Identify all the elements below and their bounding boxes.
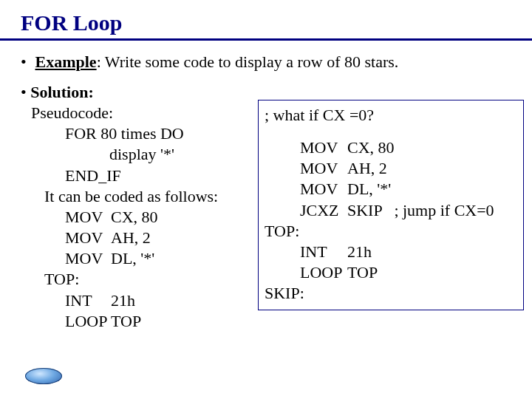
- title-underline: [0, 38, 532, 41]
- code-line: MOVAH, 2: [21, 228, 253, 248]
- example-label: Example: [35, 52, 97, 71]
- solution-label: Solution:: [30, 83, 94, 101]
- pseudocode-heading: Pseudocode:: [21, 103, 253, 123]
- code-line: INT21h: [265, 242, 519, 262]
- operands: SKIP: [347, 201, 382, 219]
- example-text: : Write some code to display a row of 80…: [97, 52, 399, 71]
- slide: FOR Loop • Example: Write some code to d…: [0, 0, 532, 399]
- code-line: LOOPTOP: [21, 311, 253, 332]
- box-question: ; what if CX =0?: [265, 105, 519, 126]
- globe-icon: [25, 368, 62, 384]
- mnemonic: MOV: [300, 158, 347, 179]
- operands: DL, '*': [347, 180, 391, 198]
- operands: TOP: [347, 263, 378, 282]
- coded-as: It can be coded as follows:: [21, 186, 253, 207]
- code-line: MOVAH, 2: [265, 158, 519, 179]
- pseudo-endif: END_IF: [21, 166, 253, 186]
- operands: 21h: [111, 291, 135, 310]
- comment: ; jump if CX=0: [394, 201, 494, 219]
- mnemonic: LOOP: [65, 311, 111, 332]
- operands: 21h: [347, 242, 372, 261]
- content-columns: • Solution: Pseudocode: FOR 80 times DO …: [21, 82, 525, 332]
- operands: CX, 80: [347, 138, 395, 157]
- mnemonic: INT: [300, 242, 347, 262]
- code-line: INT21h: [21, 290, 253, 311]
- mnemonic: MOV: [300, 179, 347, 200]
- code-line: LOOPTOP: [265, 262, 519, 283]
- mnemonic: JCXZ: [300, 200, 347, 221]
- operands: TOP: [111, 312, 141, 330]
- operands: DL, '*': [111, 249, 154, 267]
- mnemonic: MOV: [65, 248, 111, 269]
- operands: CX, 80: [111, 208, 158, 226]
- pseudo-for: FOR 80 times DO: [21, 123, 253, 144]
- code-line: MOVCX, 80: [265, 137, 519, 158]
- mnemonic: LOOP: [300, 262, 347, 283]
- code-label-top: TOP:: [21, 269, 253, 290]
- code-line: MOVCX, 80: [21, 207, 253, 228]
- bullet-dot: •: [21, 83, 27, 101]
- code-line: JCXZSKIP ; jump if CX=0: [265, 200, 519, 221]
- solution-bullet: • Solution:: [21, 82, 253, 103]
- code-line: MOVDL, '*': [21, 248, 253, 269]
- pseudo-display: display '*': [21, 144, 253, 165]
- bullet-dot: •: [21, 52, 31, 72]
- footer-logo: [12, 368, 75, 392]
- code-label-top: TOP:: [265, 221, 519, 242]
- code-label-skip: SKIP:: [265, 283, 519, 304]
- slide-title: FOR Loop: [21, 10, 525, 35]
- mnemonic: MOV: [65, 228, 111, 248]
- mnemonic: INT: [65, 290, 111, 311]
- example-bullet: • Example: Write some code to display a …: [21, 52, 525, 72]
- mnemonic: MOV: [65, 207, 111, 228]
- code-line: MOVDL, '*': [265, 179, 519, 200]
- left-column: • Solution: Pseudocode: FOR 80 times DO …: [21, 82, 253, 332]
- what-if-box: ; what if CX =0? MOVCX, 80 MOVAH, 2 MOVD…: [258, 100, 524, 310]
- mnemonic: MOV: [300, 137, 347, 158]
- operands: AH, 2: [347, 159, 387, 177]
- operands: AH, 2: [111, 228, 151, 247]
